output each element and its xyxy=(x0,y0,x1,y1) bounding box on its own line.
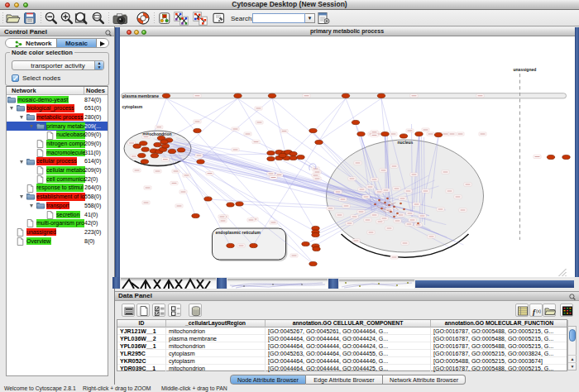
svg-text:plasma membrane: plasma membrane xyxy=(122,93,159,98)
svg-text:cytoplasm: cytoplasm xyxy=(122,104,142,109)
svg-text:unassigned: unassigned xyxy=(513,67,536,72)
svg-text:(x): (x) xyxy=(536,308,541,313)
svg-text:nucleus: nucleus xyxy=(397,140,413,145)
svg-text:endoplasmic reticulum: endoplasmic reticulum xyxy=(215,230,261,235)
